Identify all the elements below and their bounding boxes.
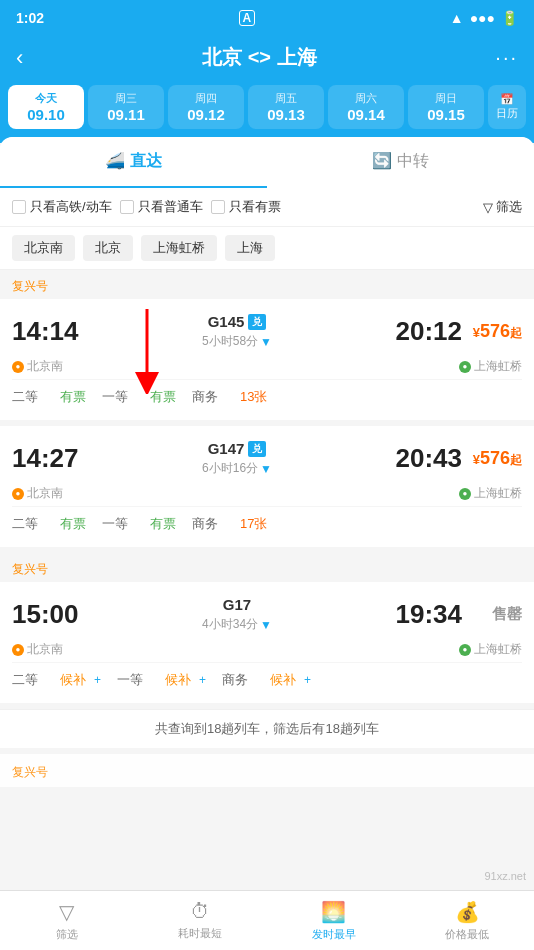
date-item-sun[interactable]: 周日 09.15 <box>408 85 484 129</box>
dropdown-icon-g17[interactable]: ▼ <box>260 618 272 632</box>
status-indicators: ▲ ●●● 🔋 <box>450 10 518 26</box>
train-card-g145[interactable]: 14:14 G145 兑 5小时58分 ▼ 20:12 ¥576起 ● <box>0 299 534 420</box>
ticket-avail-1st-g147: 有票 <box>150 515 176 533</box>
ticket-type-1st-g147: 一等 <box>102 515 142 533</box>
supplement-plus-1st[interactable]: + <box>199 673 206 687</box>
date-num-0: 09.10 <box>12 106 80 123</box>
depart-station-g17: ● 北京南 <box>12 641 63 658</box>
train-number-g147: G147 兑 <box>208 440 267 457</box>
train-card-g17[interactable]: 15:00 G17 4小时34分 ▼ 19:34 售罄 ● 北京南 <box>0 582 534 703</box>
depart-time-g147: 14:27 <box>12 443 87 474</box>
depart-dot-g17: ● <box>12 644 24 656</box>
depart-station-g145: ● 北京南 <box>12 358 63 375</box>
nav-earliest[interactable]: 🌅 发时最早 <box>267 891 401 950</box>
arrive-station-g145: ● 上海虹桥 <box>459 358 522 375</box>
nav-shortest-icon: ⏱ <box>190 900 210 923</box>
date-item-fri[interactable]: 周五 09.13 <box>248 85 324 129</box>
dropdown-icon-g145[interactable]: ▼ <box>260 335 272 349</box>
back-button[interactable]: ‹ <box>16 45 23 71</box>
nav-earliest-label: 发时最早 <box>312 927 356 942</box>
ticket-type-2nd-g145: 二等 <box>12 388 52 406</box>
date-item-wed[interactable]: 周三 09.11 <box>88 85 164 129</box>
ticket-type-biz-g145: 商务 <box>192 388 232 406</box>
date-num-3: 09.13 <box>252 106 320 123</box>
filter-ordinary-label: 只看普通车 <box>138 198 203 216</box>
nav-earliest-icon: 🌅 <box>321 900 346 924</box>
transfer-icon: 🔄 <box>372 152 396 169</box>
day-name-5: 周日 <box>412 91 480 106</box>
ticket-type-1st-g17: 一等 <box>117 671 157 689</box>
category-label-next: 复兴号 <box>12 764 522 781</box>
train-price-g147: ¥576起 <box>462 448 522 469</box>
tab-direct-label: 直达 <box>130 152 162 169</box>
calendar-icon: 📅 <box>500 93 514 106</box>
train-main-row-g17: 15:00 G17 4小时34分 ▼ 19:34 售罄 <box>12 596 522 633</box>
filter-highspeed[interactable]: 只看高铁/动车 <box>12 198 112 216</box>
nav-shortest-label: 耗时最短 <box>178 926 222 941</box>
price-suffix-g147: 起 <box>510 453 522 467</box>
checkbox-highspeed[interactable] <box>12 200 26 214</box>
filter-button[interactable]: ▽ 筛选 <box>483 198 522 216</box>
station-tag-bjn[interactable]: 北京南 <box>12 235 75 261</box>
checkbox-available[interactable] <box>211 200 225 214</box>
train-main-row-g147: 14:27 G147 兑 6小时16分 ▼ 20:43 ¥576起 <box>12 440 522 477</box>
depart-station-g147: ● 北京南 <box>12 485 63 502</box>
header: ‹ 北京 <> 上海 ··· <box>0 36 534 85</box>
station-row-g17: ● 北京南 ● 上海虹桥 <box>12 641 522 658</box>
ticket-row-g17: 二等 候补 + 一等 候补 + 商务 候补 + <box>12 662 522 693</box>
date-item-thu[interactable]: 周四 09.12 <box>168 85 244 129</box>
tab-direct[interactable]: 🚄 直达 <box>0 137 267 188</box>
arrive-dot-g17: ● <box>459 644 471 656</box>
calendar-button[interactable]: 📅 日历 <box>488 85 526 129</box>
tab-transfer[interactable]: 🔄 中转 <box>267 137 534 188</box>
supplement-plus-biz[interactable]: + <box>304 673 311 687</box>
train-main-row-g145: 14:14 G145 兑 5小时58分 ▼ 20:12 ¥576起 <box>12 313 522 350</box>
day-name-1: 周三 <box>92 91 160 106</box>
status-bar: 1:02 A ▲ ●●● 🔋 <box>0 0 534 36</box>
date-num-5: 09.15 <box>412 106 480 123</box>
status-time: 1:02 <box>16 10 44 26</box>
red-arrow <box>132 304 162 394</box>
tabs: 🚄 直达 🔄 中转 <box>0 137 534 188</box>
filter-icon: ▽ <box>483 200 493 215</box>
arrive-dot-g147: ● <box>459 488 471 500</box>
battery-icon: 🔋 <box>501 10 518 26</box>
station-tag-bj[interactable]: 北京 <box>83 235 133 261</box>
train-badge-g145: 兑 <box>248 314 266 330</box>
day-name-3: 周五 <box>252 91 320 106</box>
train-card-next: 复兴号 <box>0 754 534 787</box>
station-tag-shhq[interactable]: 上海虹桥 <box>141 235 217 261</box>
price-symbol-g145: ¥ <box>473 325 480 340</box>
nav-filter[interactable]: ▽ 筛选 <box>0 891 134 950</box>
nav-shortest[interactable]: ⏱ 耗时最短 <box>134 891 268 950</box>
station-tags: 北京南 北京 上海虹桥 上海 <box>0 227 534 270</box>
train-duration-g17: 4小时34分 ▼ <box>87 616 387 633</box>
supplement-plus-2nd[interactable]: + <box>94 673 101 687</box>
watermark: 91xz.net <box>484 870 526 882</box>
train-duration-g147: 6小时16分 ▼ <box>87 460 387 477</box>
status-icon: A <box>239 10 256 26</box>
nav-filter-icon: ▽ <box>59 900 74 924</box>
summary-bar: 共查询到18趟列车，筛选后有18趟列车 <box>0 709 534 748</box>
filter-ordinary[interactable]: 只看普通车 <box>120 198 203 216</box>
date-selector: 今天 09.10 周三 09.11 周四 09.12 周五 09.13 周六 0… <box>0 85 534 143</box>
nav-price[interactable]: 💰 价格最低 <box>401 891 535 950</box>
ticket-type-biz-g17: 商务 <box>222 671 262 689</box>
checkbox-ordinary[interactable] <box>120 200 134 214</box>
summary-text: 共查询到18趟列车，筛选后有18趟列车 <box>155 721 379 736</box>
station-tag-sh[interactable]: 上海 <box>225 235 275 261</box>
train-info-g17: G17 4小时34分 ▼ <box>87 596 387 633</box>
more-button[interactable]: ··· <box>495 46 518 69</box>
dropdown-icon-g147[interactable]: ▼ <box>260 462 272 476</box>
train-icon: 🚄 <box>105 152 129 169</box>
arrive-info-g145: 20:12 <box>387 316 462 347</box>
filter-available[interactable]: 只看有票 <box>211 198 281 216</box>
ticket-type-biz-g147: 商务 <box>192 515 232 533</box>
date-item-today[interactable]: 今天 09.10 <box>8 85 84 129</box>
date-item-sat[interactable]: 周六 09.14 <box>328 85 404 129</box>
filter-highspeed-label: 只看高铁/动车 <box>30 198 112 216</box>
arrive-info-g147: 20:43 <box>387 443 462 474</box>
depart-time-g17: 15:00 <box>12 599 87 630</box>
train-card-g147[interactable]: 14:27 G147 兑 6小时16分 ▼ 20:43 ¥576起 ● <box>0 426 534 547</box>
depart-time-g145: 14:14 <box>12 316 87 347</box>
